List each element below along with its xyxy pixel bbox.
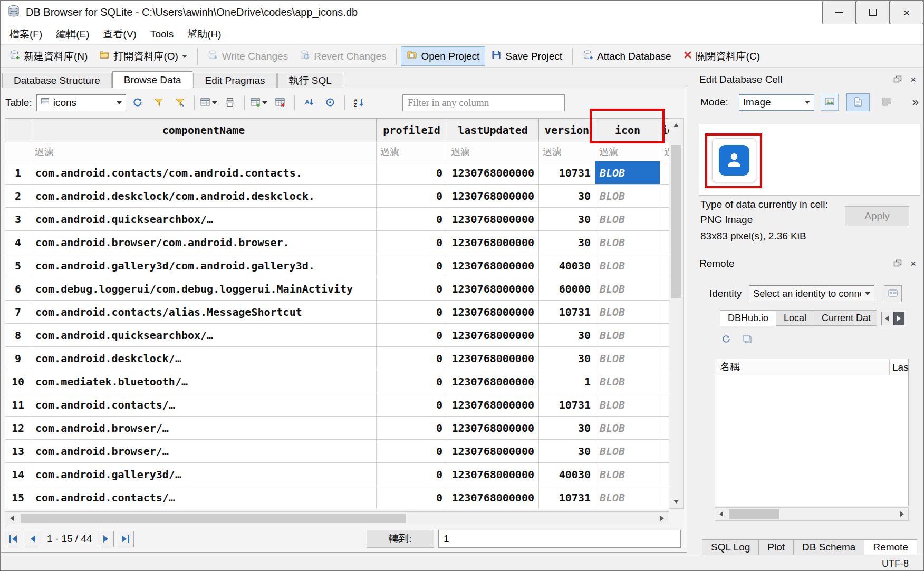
cell-version[interactable]: 10731 (539, 486, 595, 509)
close-panel-button[interactable]: × (907, 73, 920, 85)
cell-icon[interactable]: BLOB (595, 370, 660, 393)
goto-record-input[interactable] (438, 530, 681, 548)
horizontal-scroll-thumb[interactable] (21, 514, 406, 523)
next-page-button[interactable] (98, 531, 114, 547)
cell-lastUpdated[interactable]: 1230768000000 (447, 208, 539, 231)
cell-lastUpdated[interactable]: 1230768000000 (447, 417, 539, 440)
cell-componentName[interactable]: com.android.quicksearchbox/… (31, 208, 377, 231)
vertical-scroll-thumb[interactable] (671, 145, 681, 298)
cell-icon[interactable]: BLOB (595, 185, 660, 208)
cell-id[interactable] (660, 231, 669, 254)
row-number[interactable]: 9 (5, 347, 31, 370)
menu-file[interactable]: 檔案(F) (3, 25, 49, 43)
new-record-button[interactable] (249, 94, 268, 112)
row-number[interactable]: 2 (5, 185, 31, 208)
cell-id[interactable] (660, 440, 669, 463)
blob-image-preview[interactable] (712, 138, 756, 182)
remote-scroll-thumb[interactable] (729, 509, 779, 519)
row-number[interactable]: 6 (5, 277, 31, 301)
menu-edit[interactable]: 編輯(E) (49, 25, 96, 43)
filter-input-id[interactable]: 過濾 (660, 142, 669, 161)
dock-tab-sql-log[interactable]: SQL Log (702, 539, 759, 555)
cell-id[interactable] (660, 254, 669, 277)
table-select[interactable]: icons (36, 94, 126, 111)
scroll-right-icon[interactable] (896, 508, 908, 520)
row-number[interactable]: 4 (5, 231, 31, 254)
cell-componentName[interactable]: com.android.gallery3d/com.android.galler… (31, 254, 377, 277)
cell-version[interactable]: 30 (539, 208, 595, 231)
cell-lastUpdated[interactable]: 1230768000000 (447, 277, 539, 301)
revert-changes-button[interactable]: Revert Changes (294, 46, 392, 66)
close-panel-button[interactable]: × (907, 257, 920, 269)
cell-version[interactable]: 10731 (539, 161, 595, 185)
column-header-icon[interactable]: icon (595, 119, 660, 142)
word-wrap-button[interactable] (879, 94, 894, 111)
open-project-button[interactable]: Open Project (401, 46, 485, 66)
minimize-button[interactable] (822, 1, 856, 24)
cell-lastUpdated[interactable]: 1230768000000 (447, 440, 539, 463)
menu-view[interactable]: 查看(V) (97, 25, 143, 43)
cell-componentName[interactable]: com.android.contacts/com.android.contact… (31, 161, 377, 185)
cell-id[interactable] (660, 393, 669, 417)
cell-id[interactable] (660, 277, 669, 301)
scroll-left-icon[interactable] (5, 512, 18, 525)
column-header-lastUpdated[interactable]: lastUpdated (447, 119, 539, 142)
menu-help[interactable]: 幫助(H) (180, 25, 228, 43)
column-header-last-modified[interactable]: Last m (889, 359, 909, 375)
cell-lastUpdated[interactable]: 1230768000000 (447, 301, 539, 324)
cell-profileId[interactable]: 0 (377, 393, 447, 417)
cell-id[interactable] (660, 301, 669, 324)
tab-current-database[interactable]: Current Dat (814, 310, 877, 326)
cell-lastUpdated[interactable]: 1230768000000 (447, 324, 539, 347)
sort-az-button[interactable]: AZ (350, 94, 369, 112)
cell-version[interactable]: 30 (539, 347, 595, 370)
dock-tab-plot[interactable]: Plot (758, 539, 794, 555)
cell-componentName[interactable]: com.debug.loggerui/com.debug.loggerui.Ma… (31, 277, 377, 301)
cell-profileId[interactable]: 0 (377, 301, 447, 324)
tab-browse-data[interactable]: Browse Data (112, 71, 193, 88)
row-number[interactable]: 13 (5, 440, 31, 463)
column-header-profileId[interactable]: profileId (377, 119, 447, 142)
cell-id[interactable] (660, 370, 669, 393)
menu-tools[interactable]: Tools (143, 26, 180, 42)
last-page-button[interactable] (118, 531, 134, 547)
row-number[interactable]: 15 (5, 486, 31, 509)
tab-dbhub[interactable]: DBHub.io (720, 310, 776, 326)
identity-select[interactable]: Select an identity to conne (749, 285, 874, 302)
cell-lastUpdated[interactable]: 1230768000000 (447, 486, 539, 509)
cell-icon[interactable]: BLOB (595, 254, 660, 277)
maximize-button[interactable] (856, 1, 890, 24)
cell-componentName[interactable]: com.android.gallery3d/… (31, 463, 377, 486)
cell-lastUpdated[interactable]: 1230768000000 (447, 463, 539, 486)
cell-lastUpdated[interactable]: 1230768000000 (447, 393, 539, 417)
cell-icon[interactable]: BLOB (595, 161, 660, 185)
cell-componentName[interactable]: com.android.deskclock/… (31, 347, 377, 370)
identity-settings-button[interactable] (884, 285, 902, 302)
cell-profileId[interactable]: 0 (377, 347, 447, 370)
cell-lastUpdated[interactable]: 1230768000000 (447, 161, 539, 185)
goto-button[interactable]: 轉到: (367, 530, 434, 548)
cell-version[interactable]: 10731 (539, 393, 595, 417)
filter-input-version[interactable]: 過濾 (539, 142, 595, 161)
cell-icon[interactable]: BLOB (595, 208, 660, 231)
float-panel-button[interactable] (891, 257, 904, 269)
cell-id[interactable] (660, 486, 669, 509)
vertical-scrollbar[interactable] (669, 118, 684, 509)
apply-button[interactable]: Apply (845, 206, 909, 226)
cell-profileId[interactable]: 0 (377, 417, 447, 440)
cell-version[interactable]: 30 (539, 185, 595, 208)
cell-icon[interactable]: BLOB (595, 440, 660, 463)
row-number[interactable]: 11 (5, 393, 31, 417)
column-header-componentName[interactable]: componentName (31, 119, 377, 142)
cell-icon[interactable]: BLOB (595, 417, 660, 440)
tab-database-structure[interactable]: Database Structure (2, 73, 112, 88)
previous-page-button[interactable] (25, 531, 41, 547)
remote-refresh-button[interactable] (720, 331, 733, 349)
remote-clone-button[interactable] (741, 331, 754, 349)
cell-version[interactable]: 30 (539, 324, 595, 347)
horizontal-scrollbar[interactable] (5, 511, 669, 525)
cell-icon[interactable]: BLOB (595, 231, 660, 254)
cell-componentName[interactable]: com.android.contacts/… (31, 486, 377, 509)
cell-profileId[interactable]: 0 (377, 185, 447, 208)
cell-componentName[interactable]: com.android.browser/com.android.browser. (31, 231, 377, 254)
